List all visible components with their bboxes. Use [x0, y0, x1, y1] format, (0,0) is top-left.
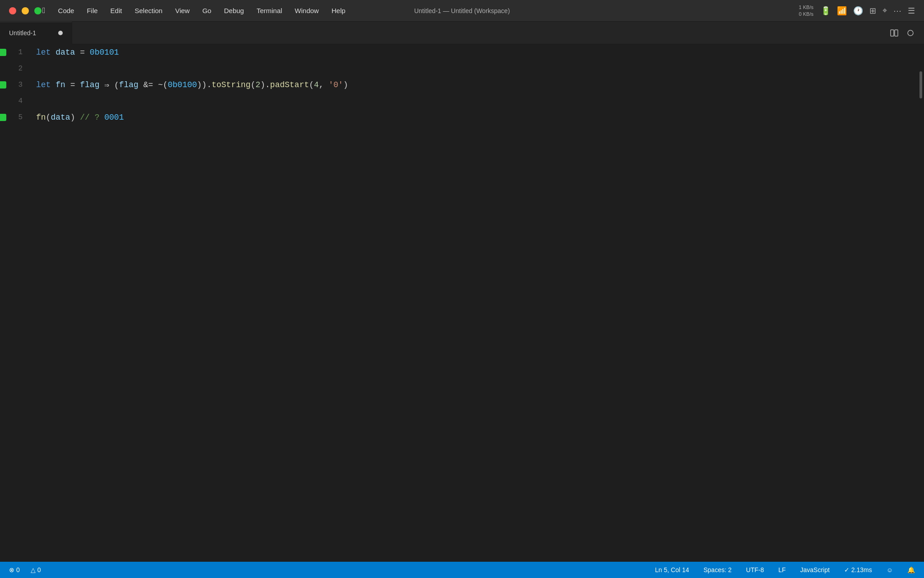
unsaved-dot: [58, 31, 63, 35]
gutter-row-1: 1: [0, 44, 23, 61]
network-stats: 1 KB/s 0 KB/s: [799, 4, 813, 17]
line-number-2: 2: [12, 65, 23, 73]
language-label: JavaScript: [800, 566, 830, 573]
token-kw: let: [36, 80, 55, 89]
breakpoint-indicator[interactable]: [0, 81, 6, 89]
scrollbar[interactable]: [918, 44, 924, 562]
token-num-bin: 0b0100: [168, 80, 197, 89]
minimize-button[interactable]: [22, 7, 29, 14]
timing-item[interactable]: ✓ 2.13ms: [842, 566, 874, 573]
encoding-item[interactable]: UTF-8: [744, 566, 766, 573]
network-up: 1 KB/s: [799, 4, 813, 10]
traffic-lights: [0, 7, 42, 14]
list-icon: ☰: [908, 6, 915, 16]
menu-file[interactable]: File: [80, 0, 104, 22]
editor: 12345 let data = 0b0101let fn = flag ⇒ (…: [0, 44, 924, 562]
token-var: data: [55, 48, 75, 57]
token-var: data: [51, 113, 70, 122]
titlebar-right: 1 KB/s 0 KB/s 🔋 📶 🕐 ⊞ ⌖ ⋯ ☰: [799, 4, 915, 17]
token-var: flag: [80, 80, 99, 89]
token-plain: ,: [319, 80, 329, 89]
error-count: 0: [16, 566, 20, 573]
line-number-4: 4: [12, 97, 23, 105]
language-item[interactable]: JavaScript: [799, 566, 832, 573]
encoding-label: UTF-8: [746, 566, 764, 573]
notifications-button[interactable]: 🔔: [906, 566, 917, 573]
close-button[interactable]: [9, 7, 16, 14]
token-comment: // ?: [80, 113, 104, 122]
svg-rect-0: [891, 30, 894, 36]
breakpoint-indicator[interactable]: [0, 49, 6, 56]
titlebar:  Code File Edit Selection View Go Debug…: [0, 0, 924, 22]
menu-selection[interactable]: Selection: [128, 0, 169, 22]
tabbar-right: [890, 28, 924, 37]
token-var: fn: [55, 80, 65, 89]
statusbar: ⊗ 0 △ 0 Ln 5, Col 14 Spaces: 2 UTF-8 LF …: [0, 562, 924, 578]
tabbar: Untitled-1: [0, 22, 924, 44]
token-var: flag: [119, 80, 139, 89]
token-method: toString: [212, 80, 250, 89]
gutter-row-2: 2: [0, 61, 23, 77]
token-plain: (: [309, 80, 314, 89]
token-plain: )).: [197, 80, 212, 89]
error-icon: ⊗: [9, 566, 14, 573]
gutter-row-3: 3: [0, 77, 23, 93]
svg-point-2: [908, 30, 913, 36]
code-line-2: [36, 61, 924, 77]
timing-label: ✓ 2.13ms: [844, 566, 872, 573]
token-plain: =: [75, 48, 89, 57]
menu-code[interactable]: Code: [52, 0, 81, 22]
menu-go[interactable]: Go: [196, 0, 217, 22]
window-title: Untitled-1 — Untitled (Workspace): [414, 7, 510, 14]
token-num: 2: [255, 80, 260, 89]
wifi-icon: 📶: [837, 6, 847, 16]
scrollbar-thumb[interactable]: [919, 71, 922, 98]
menu-bar:  Code File Edit Selection View Go Debug…: [36, 0, 352, 22]
code-line-1: let data = 0b0101: [36, 44, 924, 61]
bell-icon: 🔔: [907, 566, 915, 573]
cursor-position[interactable]: Ln 5, Col 14: [653, 566, 691, 573]
line-number-3: 3: [12, 81, 23, 89]
line-number-5: 5: [12, 113, 23, 121]
gutter-row-4: 4: [0, 93, 23, 109]
token-method: padStart: [270, 80, 309, 89]
menu-edit[interactable]: Edit: [104, 0, 129, 22]
errors-item[interactable]: ⊗ 0: [7, 566, 22, 573]
token-num: 4: [314, 80, 319, 89]
warning-icon: △: [31, 566, 36, 573]
menu-apple[interactable]: : [36, 0, 52, 22]
status-right: Ln 5, Col 14 Spaces: 2 UTF-8 LF JavaScri…: [653, 566, 917, 573]
feedback-button[interactable]: ☺: [885, 566, 895, 573]
indentation[interactable]: Spaces: 2: [702, 566, 733, 573]
code-line-4: [36, 93, 924, 109]
line-number-1: 1: [12, 48, 23, 56]
token-result: 0001: [104, 113, 124, 122]
token-kw: let: [36, 48, 55, 57]
code-line-5: fn(data) // ? 0001: [36, 109, 924, 126]
token-plain: ): [343, 80, 348, 89]
token-plain: ⇒ (: [99, 80, 119, 90]
token-plain: ).: [260, 80, 270, 89]
publish-button[interactable]: [906, 28, 915, 37]
gutter-row-5: 5: [0, 109, 23, 126]
tab-label: Untitled-1: [9, 29, 36, 37]
status-left: ⊗ 0 △ 0: [7, 566, 43, 573]
menu-view[interactable]: View: [169, 0, 196, 22]
svg-rect-1: [895, 30, 898, 36]
menu-terminal[interactable]: Terminal: [250, 0, 289, 22]
menu-help[interactable]: Help: [325, 0, 352, 22]
tab-untitled[interactable]: Untitled-1: [0, 22, 72, 44]
token-plain: =: [65, 80, 80, 89]
split-editor-button[interactable]: [890, 28, 899, 37]
eol-item[interactable]: LF: [776, 566, 787, 573]
spaces-label: Spaces: 2: [703, 566, 731, 573]
menu-debug[interactable]: Debug: [217, 0, 250, 22]
code-area[interactable]: let data = 0b0101let fn = flag ⇒ (flag &…: [27, 44, 924, 562]
code-line-3: let fn = flag ⇒ (flag &= ~(0b0100)).toSt…: [36, 77, 924, 93]
menu-window[interactable]: Window: [288, 0, 325, 22]
control-center-icon: ⊞: [869, 6, 876, 16]
warnings-item[interactable]: △ 0: [29, 566, 43, 573]
token-plain: (: [46, 113, 51, 122]
breakpoint-indicator[interactable]: [0, 114, 6, 121]
menu-extras-icon: ⋯: [893, 6, 901, 16]
